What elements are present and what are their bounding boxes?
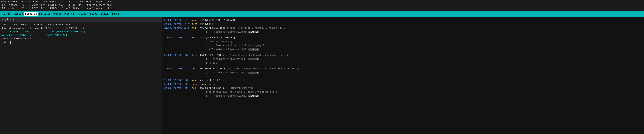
disasm-line: ; - ThreadNumberDemo::main@29 line 18 (164, 94, 642, 98)
menu-bar: F1HelpF2SetupF3SearchF4FilterF5TreeF6Sor… (0, 11, 644, 17)
gdb-line: (gdb) (2, 41, 160, 44)
disasm-line: 0x00007f27a0371b7a: test r11d,r11d (164, 22, 642, 26)
menu-label: Nice (80, 13, 86, 15)
disasm-operand: esi,0xfffffff7e (196, 79, 221, 82)
disasm-operand: 0x00007f27a0371b8b (196, 27, 226, 29)
disasm-line: ;*goto {reexecute=1 rethrow=0 return_oop… (164, 44, 642, 47)
gdb-line: => 0x00007f27a0371b85: test DWORD PTR [r… (2, 34, 160, 37)
disasm-operand: DWORD PTR [r10],eax (198, 54, 227, 57)
menu-item-filter[interactable]: F4Filter (38, 12, 52, 16)
process-row: 2000 winters 20 0 328M 36/M 146M S 1.3 4… (1, 0, 643, 4)
disasm-comment: ;*getstatic num {reexecute=0 rethrow=0 r… (225, 68, 299, 70)
line-badge: line 18 (248, 31, 259, 33)
menu-key: F1 (2, 13, 5, 15)
disasm-line: 0x00007f27a0371b93: call 0x00007f27988bf… (164, 86, 642, 90)
disasm-mnemonic: call (192, 87, 198, 89)
main-content: ✕ gdb (ssh) ☺ (gdb) disass 0x00007f27a03… (0, 17, 644, 134)
disasm-comment: ;*goto {reexecute=0 rethrow=0 return_oop… (227, 54, 288, 57)
disasm-addr: 0x00007f27a0371b93: (164, 87, 190, 89)
menu-item-setup[interactable]: F2Setup (12, 12, 24, 16)
disasm-addr: 0x00007f27a0371b90: (164, 83, 190, 86)
menu-key: F8 (88, 13, 92, 15)
disasm-line: ; - ThreadNumberDemo::main@35 line 18 (164, 48, 642, 51)
disasm-mnemonic: jmp (192, 68, 196, 70)
disasm-blank (164, 65, 642, 67)
disasm-line: 0x00007f27a0371b8b: mov esi,0xfffffff7e (164, 79, 642, 82)
gdb-line: (gdb) disass 0x00007f27a0371b7f,0x00007f… (2, 23, 160, 27)
menu-label: Nice (92, 13, 97, 15)
disasm-operand: 0x00007f27988bf700 (198, 87, 225, 89)
menu-label: Tree (56, 13, 62, 15)
menu-key: F5 (53, 13, 56, 15)
disasm-comment: ; - ThreadNumberDemo::main@29 line 18 (164, 71, 259, 74)
menu-label: SortBy (67, 13, 76, 15)
disasm-mnemonic: data16 (192, 83, 200, 86)
disasm-line: ; - ThreadNumberDemo::main@35 line 18 (164, 30, 642, 34)
disasm-operand: xchg ax,ax (200, 83, 216, 86)
menu-item-sortby[interactable]: F6SortBy (63, 12, 76, 16)
menu-key: F6 (64, 13, 67, 15)
disasm-line: ;*getstatic num {reexecute=1 rethrow=0 r… (164, 90, 642, 94)
gdb-output[interactable]: (gdb) disass 0x00007f27a0371b7f,0x00007f… (0, 22, 162, 134)
disasm-blank (164, 77, 642, 79)
disasm-blank (164, 75, 642, 77)
menu-label: Help (5, 13, 10, 15)
disasm-line: ; - ThreadNumberDemo::main@29 line 18 (164, 71, 642, 75)
disasm-mnemonic: test (192, 54, 198, 57)
disasm-comment: ; - ThreadNumberDemo::main@35 line 18 (164, 31, 259, 33)
disasm-line: 0x00007f27a0371b7d: jne 0x00007f27a0371b… (164, 26, 642, 30)
disasm-line: ; {poll} (164, 61, 642, 65)
menu-key: F4 (39, 13, 42, 15)
disasm-comment: ; - ThreadNumberDemo::main@35 line 18 (164, 48, 259, 51)
line-badge: line 18 (248, 58, 259, 60)
menu-item-nice[interactable]: F8Nice (88, 12, 98, 16)
process-row: 2065 winters 20 0 6328M 387M 146M S 1.3 … (1, 7, 643, 10)
menu-key: F7 (78, 13, 81, 15)
menu-label: Kill (102, 13, 108, 15)
disasm-line: ; ImmutableOopMap{} (164, 40, 642, 44)
disasm-operand: r11d,DWORD PTR [r10+0x70] (196, 19, 235, 22)
disasm-line: ; - ThreadNumberDemo::main@35 line 18 (164, 57, 642, 61)
disasm-addr: 0x00007f27a0371b89: (164, 68, 190, 70)
disasm-blank (164, 34, 642, 36)
menu-label: Search (28, 13, 37, 15)
disasm-mnemonic: mov (192, 79, 196, 82)
close-icon[interactable]: ✕ (2, 18, 3, 21)
menu-item-search[interactable]: F3Search (24, 12, 38, 16)
disasm-comment: ; - ThreadNumberDemo::main@35 line 18 (164, 58, 259, 60)
right-panel[interactable]: 0x00007f27a0371b76: mov r11d,DWORD PTR [… (162, 17, 644, 134)
process-list: 2000 winters 20 0 328M 36/M 146M S 1.3 4… (0, 0, 644, 11)
menu-label: Setup (16, 13, 23, 15)
disasm-comment: ; {poll} (164, 62, 218, 64)
disasm-addr: 0x00007f27a0371b7d: (164, 27, 190, 29)
disasm-addr: 0x00007f27a0371b7a: (164, 23, 190, 26)
disasm-line: 0x00007f27a0371b89: jmp 0x00007f27a0371b… (164, 67, 642, 71)
menu-item-nice[interactable]: F7Nice (76, 12, 88, 16)
menu-label: Quit (115, 13, 120, 15)
disasm-blank (164, 52, 642, 53)
menu-item-help[interactable]: F1Help (1, 12, 12, 16)
menu-label: Filter (42, 13, 50, 15)
gdb-line: 0x00007f27a0371b7f: mov r10,QWORD PTR [r… (2, 30, 160, 34)
disasm-operand: 0x00007f27a0371b7f (196, 68, 226, 70)
menu-item-kill[interactable]: F9Kill (98, 12, 109, 16)
gdb-line: End of assembler dump. (2, 37, 160, 41)
disasm-operand: r10,QWORD PTR [r15+0x108] (196, 37, 235, 39)
left-panel: ✕ gdb (ssh) ☺ (gdb) disass 0x00007f27a03… (0, 17, 162, 134)
disasm-operand: r11d,r11d (198, 23, 213, 26)
line-badge: line 18 (248, 72, 259, 74)
panel-titlebar: ✕ gdb (ssh) ☺ (0, 17, 162, 22)
line-badge: line 18 (248, 48, 259, 51)
disasm-mnemonic: jne (192, 27, 196, 29)
disasm-line: 0x00007f27a0371b7f: mov r10,QWORD PTR [r… (164, 36, 642, 40)
menu-key: F9 (100, 13, 102, 15)
disasm-mnemonic: mov (192, 37, 196, 39)
menu-item-tree[interactable]: F5Tree (52, 12, 63, 16)
disasm-addr: 0x00007f27a0371b86: (164, 54, 190, 57)
disasm-addr: 0x00007f27a0371b76: (164, 19, 190, 22)
menu-item-quit[interactable]: F10Quit (109, 12, 122, 16)
disasm-mnemonic: test (192, 23, 198, 26)
disasm-addr: 0x00007f27a0371b7f: (164, 37, 190, 39)
line-badge: line 18 (248, 95, 259, 97)
panel-title: gdb (ssh) (4, 18, 16, 21)
